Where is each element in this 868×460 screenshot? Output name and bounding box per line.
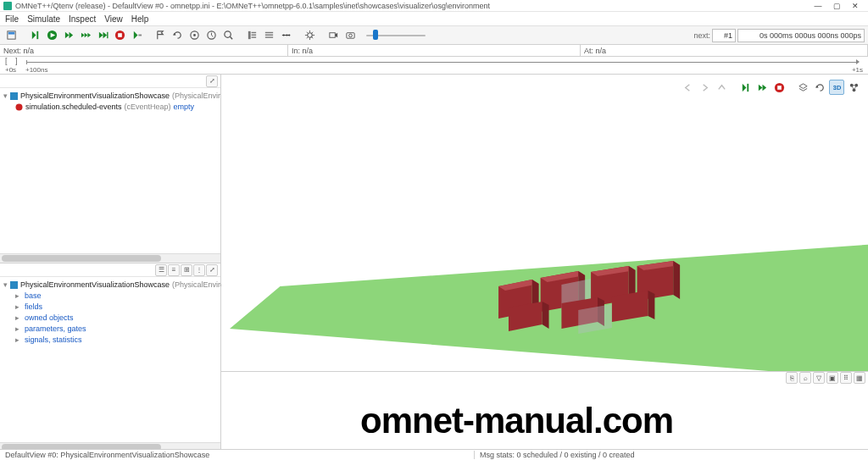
event-log-button[interactable] xyxy=(186,28,202,43)
in-module-cell: In: n/a xyxy=(288,45,581,56)
panel-expand-button[interactable]: ⤢ xyxy=(206,75,218,87)
chevron-right-icon[interactable]: ▸ xyxy=(15,302,22,313)
inspector-mode-1-button[interactable]: ☰ xyxy=(155,264,167,276)
svg-marker-11 xyxy=(98,32,103,38)
chevron-right-icon[interactable]: ▸ xyxy=(15,313,22,324)
svg-marker-12 xyxy=(103,32,107,38)
inspector-mode-3-button[interactable]: ⊞ xyxy=(181,264,192,276)
fast-run-button[interactable] xyxy=(61,28,76,43)
network-view-button[interactable] xyxy=(846,80,861,95)
svg-marker-8 xyxy=(81,33,84,38)
inspector-mode-4-button[interactable]: ⋮ xyxy=(193,264,205,276)
chevron-down-icon[interactable]: ▾ xyxy=(3,280,8,291)
svg-rect-28 xyxy=(264,32,272,33)
svg-marker-10 xyxy=(87,33,91,38)
status-bar: DefaultView #0: PhysicalEnvironmentVisua… xyxy=(0,449,868,460)
rebuild-button[interactable] xyxy=(170,28,185,43)
express-run-button[interactable] xyxy=(78,28,93,43)
sim-time-field: 0s 000ms 000us 000ns 000ps xyxy=(737,29,865,42)
timeline-hundred-label: +100ns xyxy=(25,66,47,74)
menu-inspect[interactable]: Inspect xyxy=(69,14,96,24)
chevron-right-icon[interactable]: ▸ xyxy=(15,291,22,302)
svg-rect-27 xyxy=(251,36,256,37)
main-content: ⤢ ▾ PhysicalEnvironmentVisualizationShow… xyxy=(0,75,868,452)
log-filter-button[interactable]: ▽ xyxy=(813,372,825,384)
log-expand-button[interactable]: ▦ xyxy=(854,372,865,384)
log-copy-button[interactable]: ⎘ xyxy=(786,372,798,384)
timeline-widget[interactable]: [ ] +0s +100ns +1s xyxy=(0,57,868,75)
nav-forward-button[interactable] xyxy=(697,80,712,95)
log-save-button[interactable]: ▣ xyxy=(826,372,838,384)
time-button[interactable] xyxy=(203,28,219,43)
preferences-button[interactable] xyxy=(302,28,317,43)
svg-point-34 xyxy=(288,34,290,36)
window-titlebar: OMNeT++/Qtenv (release) - DefaultView #0… xyxy=(0,0,868,12)
video-record-button[interactable] xyxy=(326,28,341,43)
chevron-down-icon[interactable]: ▾ xyxy=(3,91,8,102)
tree-view-button[interactable] xyxy=(244,28,259,43)
flat-view-button[interactable] xyxy=(261,28,276,43)
find-button[interactable] xyxy=(220,28,236,43)
svg-marker-67 xyxy=(673,261,680,299)
screenshot-button[interactable] xyxy=(342,28,358,43)
timeline-bracket-right: ] xyxy=(15,57,18,65)
canvas-fast-run-button[interactable] xyxy=(754,80,770,95)
run-until-button[interactable] xyxy=(95,28,110,43)
debug-next-button[interactable] xyxy=(129,28,144,43)
flag-button[interactable] xyxy=(153,28,168,43)
horizontal-scrollbar[interactable] xyxy=(0,253,220,263)
canvas-run-button[interactable] xyxy=(737,80,753,95)
svg-marker-73 xyxy=(648,291,654,319)
object-tree[interactable]: ▾ PhysicalEnvironmentVisualizationShowca… xyxy=(0,88,220,115)
3d-view-button[interactable]: 3D xyxy=(829,80,844,95)
chevron-right-icon[interactable]: ▸ xyxy=(15,324,22,335)
inspector-panel: ☰ ≡ ⊞ ⋮ ⤢ ▾ PhysicalEnvironmentVisualiza… xyxy=(0,263,220,452)
menu-simulate[interactable]: Simulate xyxy=(27,14,60,24)
step-button[interactable] xyxy=(27,28,42,43)
tree-root-label[interactable]: PhysicalEnvironmentVisualizationShowcase xyxy=(20,91,170,102)
svg-rect-40 xyxy=(10,92,18,100)
app-icon xyxy=(3,2,12,10)
svg-rect-1 xyxy=(8,32,14,35)
inspector-mode-2-button[interactable]: ≡ xyxy=(168,264,180,276)
nav-back-button[interactable] xyxy=(680,80,695,95)
log-mode-button[interactable]: ⠿ xyxy=(840,372,852,384)
svg-rect-36 xyxy=(329,33,335,38)
tree-child-label[interactable]: simulation.scheduled-events xyxy=(25,102,122,113)
new-run-button[interactable] xyxy=(3,28,19,43)
refresh-button[interactable] xyxy=(812,80,827,95)
close-button[interactable]: ✕ xyxy=(846,1,865,11)
inspector-tree[interactable]: ▾ PhysicalEnvironmentVisualizationShowca… xyxy=(0,277,220,348)
log-find-button[interactable]: ⌕ xyxy=(799,372,811,384)
next-event-field[interactable]: #1 xyxy=(712,29,736,42)
svg-point-20 xyxy=(193,34,196,36)
minimize-button[interactable]: — xyxy=(809,1,827,11)
at-time-cell: At: n/a xyxy=(581,45,868,56)
svg-marker-46 xyxy=(762,84,766,90)
left-column: ⤢ ▾ PhysicalEnvironmentVisualizationShow… xyxy=(0,75,221,452)
main-toolbar: next: #1 0s 000ms 000us 000ns 000ps xyxy=(0,25,868,45)
svg-rect-24 xyxy=(248,31,250,39)
svg-rect-44 xyxy=(747,83,748,91)
svg-rect-15 xyxy=(118,33,122,37)
nav-up-button[interactable] xyxy=(714,80,729,95)
menu-view[interactable]: View xyxy=(104,14,123,24)
svg-marker-16 xyxy=(133,31,137,39)
inspector-item: ▸base xyxy=(3,291,217,302)
svg-point-33 xyxy=(286,34,287,36)
inspector-expand-button[interactable]: ⤢ xyxy=(206,264,218,276)
animation-speed-slider[interactable] xyxy=(366,28,426,43)
canvas-toolbar: 3D xyxy=(678,78,863,97)
menu-help[interactable]: Help xyxy=(131,14,149,24)
inspector-root-label[interactable]: PhysicalEnvironmentVisualizationShowcase xyxy=(20,280,170,291)
stop-button[interactable] xyxy=(112,28,127,43)
timeline-toggle-button[interactable] xyxy=(278,28,293,43)
maximize-button[interactable]: ▢ xyxy=(827,1,846,11)
chevron-right-icon[interactable]: ▸ xyxy=(15,335,22,346)
run-button[interactable] xyxy=(44,28,59,43)
menu-file[interactable]: File xyxy=(5,14,19,24)
3d-canvas-pane[interactable]: 3D xyxy=(221,75,868,371)
canvas-stop-button[interactable] xyxy=(771,80,787,95)
event-heap-icon xyxy=(15,103,23,111)
layers-button[interactable] xyxy=(795,80,810,95)
